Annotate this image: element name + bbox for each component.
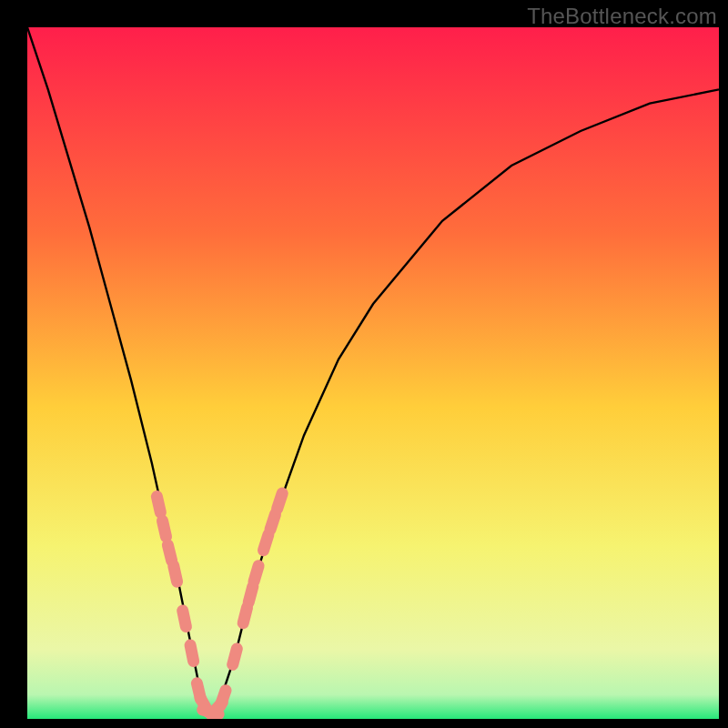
data-marker (278, 493, 283, 509)
watermark-text: TheBottleneck.com (527, 4, 717, 29)
data-marker (270, 514, 276, 530)
data-marker (157, 497, 160, 513)
data-marker (233, 649, 238, 664)
data-marker (183, 611, 187, 627)
data-marker (163, 521, 167, 537)
data-marker (220, 691, 226, 706)
data-marker (254, 566, 258, 581)
data-marker (248, 587, 253, 602)
chart-frame: TheBottleneck.com (0, 0, 728, 728)
data-marker (243, 607, 247, 622)
data-marker (190, 645, 194, 662)
bottleneck-curve (27, 27, 719, 719)
data-marker (264, 535, 268, 551)
plot-area (27, 27, 719, 719)
data-marker (167, 545, 171, 561)
data-marker (174, 566, 177, 582)
